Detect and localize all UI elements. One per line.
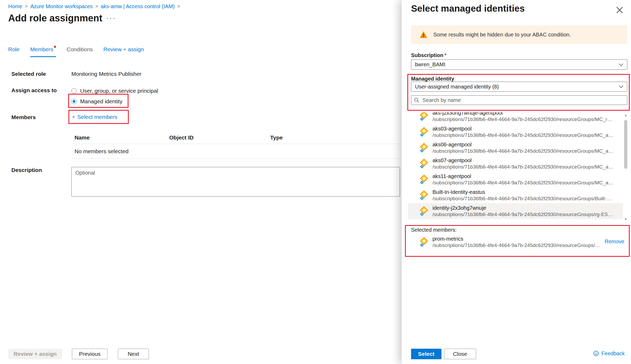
identity-path: /subscriptions/71b36fb6-4fe4-4664-9a7b-2…	[432, 148, 613, 154]
list-scrollbar[interactable]: ▲ ▼	[623, 113, 628, 221]
breadcrumb-workspaces[interactable]: Azure Monitor workspaces	[30, 3, 93, 10]
list-item[interactable]: aks03-agentpool/subscriptions/71b36fb6-4…	[408, 124, 623, 140]
identity-path: /subscriptions/71b36fb6-4fe4-4664-9a7b-2…	[432, 132, 613, 138]
tab-conditions[interactable]: Conditions	[67, 46, 93, 57]
identity-name: Built-In-Identity-eastus	[432, 189, 611, 195]
subscription-label-text: Subscription	[411, 52, 443, 58]
radio-managed-label: Managed identity	[80, 98, 122, 105]
identity-name: aks06-agentpool	[432, 141, 613, 148]
tab-members-label: Members	[30, 46, 53, 52]
warning-text: Some results might be hidden due to your…	[433, 32, 571, 38]
close-icon[interactable]	[615, 6, 624, 15]
managed-identity-label: Managed identity	[411, 76, 454, 82]
list-item[interactable]: aks07-agentpool/subscriptions/71b36fb6-4…	[408, 156, 623, 171]
selected-member-name: prom-metrics	[432, 235, 600, 242]
breadcrumb-separator: >	[95, 4, 98, 9]
list-item[interactable]: aks-j2x3ohg7wnuje-agentpool/subscription…	[408, 112, 623, 124]
previous-button[interactable]: Previous	[72, 349, 108, 359]
members-table-header: Name Object ID Type	[71, 132, 400, 144]
radio-managed-identity[interactable]: Managed identity	[71, 97, 122, 106]
managed-identity-icon	[419, 206, 429, 216]
radio-unselected-icon	[71, 88, 77, 94]
list-item[interactable]: Built-In-Identity-eastus/subscriptions/7…	[408, 187, 623, 203]
feedback-link[interactable]: Feedback	[593, 350, 625, 357]
tab-review-assign[interactable]: Review + assign	[103, 46, 144, 57]
managed-identity-icon	[419, 237, 429, 247]
managed-identity-dropdown[interactable]: User-assigned managed identity (8)	[411, 82, 627, 92]
chevron-down-icon	[619, 85, 623, 88]
list-item[interactable]: aks06-agentpool/subscriptions/71b36fb6-4…	[408, 140, 623, 156]
next-button[interactable]: Next	[118, 349, 149, 359]
column-header-object-id: Object ID	[169, 134, 270, 141]
list-item[interactable]: aks11-agentpool/subscriptions/71b36fb6-4…	[408, 171, 623, 187]
selected-role-value: Monitoring Metrics Publisher	[71, 71, 141, 77]
add-icon: +	[72, 114, 75, 120]
tab-review-assign-label: Review + assign	[103, 46, 144, 52]
identity-list: aks-j2x3ohg7wnuje-agentpool/subscription…	[408, 112, 623, 221]
scroll-up-icon[interactable]: ▲	[623, 113, 628, 117]
selected-member-path: /subscriptions/71b36fb6-4fe4-4664-9a7b-2…	[432, 242, 600, 249]
managed-identity-icon	[419, 174, 429, 184]
page-root: Home > Azure Monitor workspaces > aks-am…	[0, 0, 631, 364]
members-label: Members	[11, 114, 36, 120]
subscription-label: Subscription*	[411, 52, 446, 58]
breadcrumb-separator: >	[177, 4, 180, 9]
tab-role-label: Role	[8, 46, 20, 52]
identity-path: /subscriptions/71b36fb6-4fe4-4664-9a7b-2…	[432, 180, 613, 186]
tab-role[interactable]: Role	[8, 46, 20, 57]
select-members-label: Select members	[77, 114, 117, 120]
abac-warning-banner: Some results might be hidden due to your…	[411, 25, 627, 44]
managed-identity-icon	[419, 143, 429, 153]
warning-triangle-icon	[420, 31, 427, 38]
selected-members-label: Selected members:	[411, 227, 457, 233]
members-table: Name Object ID Type No members selected	[71, 132, 400, 159]
close-button[interactable]: Close	[444, 349, 476, 359]
feedback-smiley-icon	[593, 350, 599, 357]
page-title: Add role assignment	[8, 13, 102, 24]
identity-name: aks-j2x3ohg7wnuje-agentpool	[432, 112, 612, 116]
search-input[interactable]	[422, 97, 624, 104]
managed-identity-icon	[419, 112, 429, 121]
main-content: Home > Azure Monitor workspaces > aks-am…	[0, 0, 402, 364]
radio-user-label: User, group, or service principal	[80, 88, 158, 94]
description-input[interactable]	[71, 167, 400, 197]
tab-bar: Role Members Conditions Review + assign	[8, 46, 144, 57]
managed-identity-icon	[419, 127, 429, 137]
breadcrumb: Home > Azure Monitor workspaces > aks-am…	[8, 3, 180, 10]
managed-identity-icon	[419, 190, 429, 200]
identity-path: /subscriptions/71b36fb6-4fe4-4664-9a7b-2…	[432, 195, 611, 202]
unsaved-changes-dot	[54, 46, 56, 48]
tab-members[interactable]: Members	[30, 46, 56, 57]
remove-link[interactable]: Remove	[605, 239, 624, 245]
breadcrumb-home[interactable]: Home	[8, 3, 22, 10]
selected-role-label: Selected role	[11, 71, 46, 77]
identity-path: /subscriptions/71b36fb6-4fe4-4664-9a7b-2…	[432, 211, 613, 218]
required-marker: *	[444, 52, 446, 58]
panel-title: Select managed identities	[411, 3, 525, 14]
search-box	[411, 95, 627, 105]
search-icon	[414, 97, 419, 103]
breadcrumb-access-control[interactable]: aks-amw | Access control (IAM)	[101, 3, 175, 10]
select-members-link[interactable]: + Select members	[72, 114, 117, 120]
review-assign-button[interactable]: Review + assign	[8, 349, 62, 359]
members-table-empty-row: No members selected	[71, 144, 400, 159]
chevron-down-icon	[619, 63, 623, 66]
subscription-dropdown[interactable]: bwren_BAMI	[411, 59, 627, 70]
select-button[interactable]: Select	[411, 349, 441, 359]
column-header-type: Type	[270, 134, 400, 141]
list-item-selected[interactable]: identity-j2x3ohg7wnuje/subscriptions/71b…	[408, 203, 623, 219]
radio-user-group-service-principal[interactable]: User, group, or service principal	[71, 86, 158, 95]
scrollbar-thumb[interactable]	[624, 120, 627, 169]
more-menu-icon[interactable]: ···	[106, 14, 116, 22]
feedback-label: Feedback	[601, 351, 625, 357]
identity-name: aks11-agentpool	[432, 173, 613, 180]
assign-access-label: Assign access to	[11, 87, 57, 94]
subscription-value: bwren_BAMI	[415, 62, 445, 68]
identity-name: aks07-agentpool	[432, 157, 613, 164]
identity-path: /subscriptions/71b36fb6-4fe4-4664-9a7b-2…	[432, 164, 613, 170]
managed-identity-value: User-assigned managed identity (8)	[415, 84, 499, 90]
radio-selected-icon	[71, 99, 77, 104]
scroll-down-icon[interactable]: ▼	[623, 217, 628, 221]
identity-name: aks03-agentpool	[432, 125, 613, 132]
breadcrumb-separator: >	[25, 4, 28, 9]
